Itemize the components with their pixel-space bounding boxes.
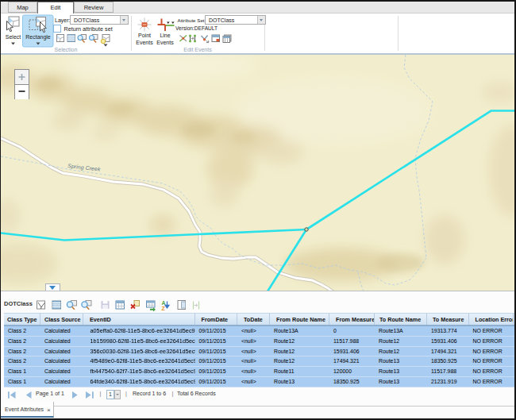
svg-text:Point: Point xyxy=(138,33,151,38)
svg-text:Return attribute set: Return attribute set xyxy=(64,25,113,33)
svg-text:Attribute Set:: Attribute Set: xyxy=(178,17,206,23)
svg-text:Events: Events xyxy=(136,40,153,45)
svg-text:Line: Line xyxy=(160,33,170,38)
svg-text:Layer:: Layer: xyxy=(55,17,71,24)
svg-text:Version:DEFAULT: Version:DEFAULT xyxy=(175,25,218,31)
svg-text:Events: Events xyxy=(156,40,174,45)
svg-text:Z: Z xyxy=(162,306,166,311)
svg-text:Rectangle: Rectangle xyxy=(25,34,51,40)
svg-text:Select: Select xyxy=(6,34,21,40)
